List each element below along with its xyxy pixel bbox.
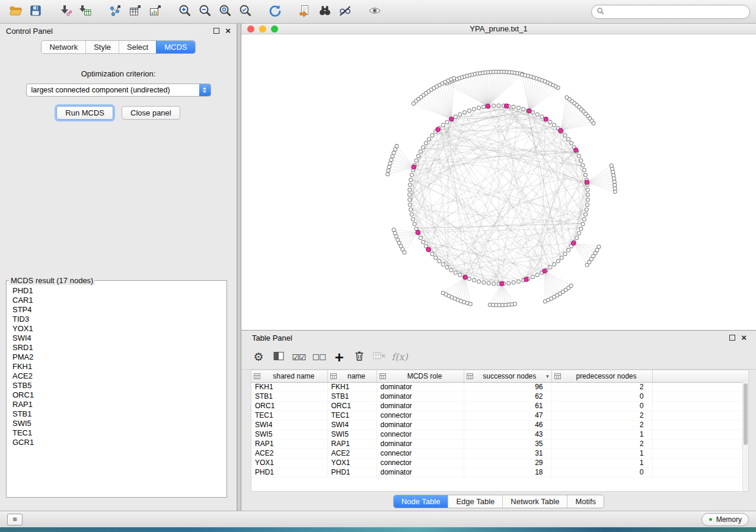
table-cell[interactable]: 2 (551, 411, 652, 420)
table-cell[interactable]: 18 (464, 467, 551, 477)
table-cell[interactable]: connector (377, 430, 464, 439)
table-cell[interactable]: dominator (377, 392, 464, 401)
tab-network-table[interactable]: Network Table (502, 495, 567, 508)
table-cell[interactable]: ORC1 (251, 401, 327, 411)
close-window-icon[interactable] (247, 25, 254, 33)
close-panel-button[interactable]: Close panel (122, 106, 180, 120)
network-canvas[interactable] (241, 34, 756, 330)
table-row[interactable]: STB1STB1dominator620 (251, 392, 748, 401)
deselect-all-columns-button[interactable]: ☐☐ (310, 348, 328, 366)
column-header-predecessor-nodes[interactable]: predecessor nodes (551, 370, 652, 382)
mcds-list-item[interactable]: YOX1 (8, 324, 225, 334)
table-cell[interactable]: SWI4 (251, 420, 327, 430)
tab-mcds[interactable]: MCDS (156, 41, 194, 53)
share-document-button[interactable] (295, 3, 314, 21)
run-mcds-button[interactable]: Run MCDS (56, 106, 113, 120)
table-cell[interactable]: 0 (551, 392, 652, 401)
table-cell[interactable]: 1 (551, 430, 652, 439)
minimize-window-icon[interactable] (259, 25, 266, 33)
mcds-list-item[interactable]: ACE2 (8, 371, 225, 381)
table-row[interactable]: PHD1PHD1dominator180 (251, 467, 748, 477)
mcds-list-item[interactable]: GCR1 (8, 438, 225, 447)
table-cell[interactable]: 96 (464, 382, 551, 392)
table-cell[interactable]: 61 (464, 401, 551, 411)
apply-layout-button[interactable] (266, 3, 285, 21)
tab-edge-table[interactable]: Edge Table (448, 495, 502, 508)
save-session-button[interactable] (26, 3, 45, 21)
table-cell[interactable]: SWI5 (251, 430, 327, 439)
table-cell[interactable]: connector (377, 411, 464, 420)
mcds-list-item[interactable]: STP4 (8, 305, 225, 315)
table-cell[interactable]: FKH1 (251, 382, 327, 392)
mcds-list-item[interactable]: SWI4 (8, 334, 225, 343)
import-table-button[interactable] (76, 3, 95, 21)
table-cell[interactable]: 0 (551, 401, 652, 411)
table-cell[interactable]: TEC1 (327, 411, 377, 420)
table-row[interactable]: TEC1TEC1connector472 (251, 411, 748, 420)
table-cell[interactable]: 29 (464, 458, 551, 467)
search-box[interactable] (591, 5, 750, 19)
column-header-name[interactable]: name (327, 370, 377, 382)
tab-network[interactable]: Network (42, 41, 85, 53)
mcds-list-item[interactable]: ORC1 (8, 390, 225, 400)
table-cell[interactable]: connector (377, 448, 464, 458)
network-nodes[interactable] (386, 70, 617, 307)
show-columns-button[interactable] (270, 348, 288, 366)
table-cell[interactable]: 0 (551, 467, 652, 477)
table-cell[interactable]: 46 (464, 420, 551, 430)
table-cell[interactable]: SWI4 (327, 420, 377, 430)
open-session-button[interactable] (6, 3, 25, 21)
tab-node-table[interactable]: Node Table (394, 495, 448, 508)
table-cell[interactable]: RAP1 (327, 439, 377, 448)
float-panel-icon[interactable] (213, 28, 219, 34)
table-scrollbar[interactable] (742, 382, 748, 491)
tab-motifs[interactable]: Motifs (567, 495, 604, 508)
export-image-button[interactable] (146, 3, 165, 21)
zoom-selected-button[interactable] (236, 3, 255, 21)
table-row[interactable]: FKH1FKH1dominator962 (251, 382, 748, 392)
table-cell[interactable]: 43 (464, 430, 551, 439)
table-row[interactable]: RAP1RAP1dominator352 (251, 439, 748, 448)
mcds-list-item[interactable]: RAP1 (8, 400, 225, 409)
zoom-out-button[interactable] (196, 3, 215, 21)
table-cell[interactable]: 47 (464, 411, 551, 420)
delete-table-button-disabled[interactable] (371, 348, 388, 366)
zoom-fit-button[interactable] (216, 3, 235, 21)
new-table-button[interactable] (126, 3, 145, 21)
optimization-criterion-select[interactable]: largest connected component (undirected) (26, 84, 211, 97)
network-window-titlebar[interactable]: YPA_prune.txt_1 (241, 24, 756, 34)
mcds-list-item[interactable]: FKH1 (8, 362, 225, 371)
table-cell[interactable]: dominator (377, 467, 464, 477)
table-row[interactable]: ACE2ACE2connector311 (251, 448, 748, 458)
table-cell[interactable]: ORC1 (327, 401, 377, 411)
table-row[interactable]: SWI5SWI5connector431 (251, 430, 748, 439)
new-network-button[interactable] (106, 3, 125, 21)
mcds-list-item[interactable]: TID3 (8, 315, 225, 324)
table-cell[interactable]: 62 (464, 392, 551, 401)
table-cell[interactable]: 35 (464, 439, 551, 448)
table-cell[interactable]: 1 (551, 458, 652, 467)
table-settings-button[interactable]: ⚙ (250, 348, 267, 366)
table-cell[interactable]: 1 (551, 448, 652, 458)
select-all-columns-button[interactable]: ☑☑ (290, 348, 308, 366)
close-panel-icon[interactable]: × (225, 28, 231, 34)
mcds-list-item[interactable]: PMA2 (8, 352, 225, 362)
delete-column-button[interactable] (350, 348, 368, 366)
table-row[interactable]: ORC1ORC1dominator610 (251, 401, 748, 411)
float-table-panel-icon[interactable] (729, 335, 735, 341)
tab-select[interactable]: Select (119, 41, 156, 53)
table-cell[interactable]: PHD1 (251, 467, 327, 477)
table-cell[interactable]: 31 (464, 448, 551, 458)
column-header-MCDS-role[interactable]: MCDS role (377, 370, 464, 382)
table-cell[interactable]: RAP1 (251, 439, 327, 448)
table-row[interactable]: YOX1YOX1connector291 (251, 458, 748, 467)
mcds-result-list[interactable]: PHD1CAR1STP4TID3YOX1SWI4SRD1PMA2FKH1ACE2… (8, 286, 225, 496)
search-input[interactable] (607, 8, 745, 16)
column-header-shared-name[interactable]: shared name (251, 370, 327, 382)
mcds-list-item[interactable]: CAR1 (8, 296, 225, 305)
table-scrollbar-thumb[interactable] (744, 383, 748, 445)
mcds-list-item[interactable]: SWI5 (8, 419, 225, 428)
mcds-list-item[interactable]: STB1 (8, 409, 225, 419)
tab-style[interactable]: Style (85, 41, 119, 53)
table-cell[interactable]: PHD1 (327, 467, 377, 477)
